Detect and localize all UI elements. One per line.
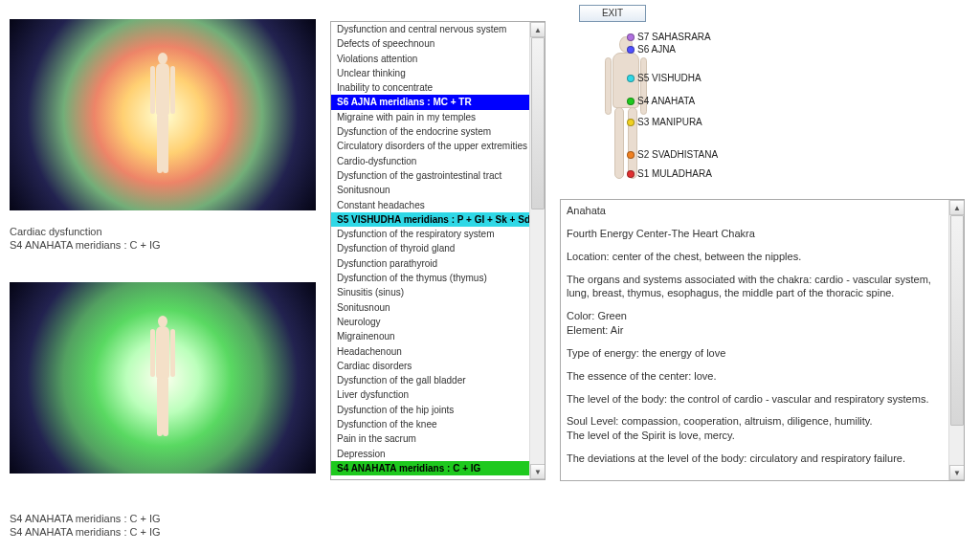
list-item[interactable]: Neurology [331, 315, 529, 329]
desc-span: Color: Green [567, 310, 627, 321]
list-item[interactable]: Sonitusnoun [331, 300, 529, 315]
chakra-label: S1 MULADHARA [627, 168, 712, 179]
scroll-thumb[interactable] [950, 215, 964, 426]
listbox-scrollbar[interactable]: ▲ ▼ [529, 22, 545, 479]
chakra-label: S7 SAHASRARA [627, 32, 711, 42]
desc-title: Anahata [567, 204, 945, 218]
list-item[interactable]: Violations attention [331, 52, 529, 66]
list-item[interactable]: Dysfunction of the gastrointestinal trac… [331, 168, 529, 183]
chakra-label: S4 ANAHATA [627, 96, 695, 106]
aura-image-top [10, 19, 316, 210]
chakra-dot-icon [627, 151, 635, 159]
list-item[interactable]: Headachenoun [331, 344, 529, 359]
desc-line: The essence of the center: love. [567, 369, 945, 384]
chakra-label: S5 VISHUDHA [627, 73, 702, 83]
list-item[interactable]: Dysfunction of the thymus (thymus) [331, 271, 529, 285]
chakra-dot-icon [627, 46, 635, 54]
exit-button[interactable]: EXIT [579, 5, 646, 22]
desc-line: Soul Level: compassion, cooperation, alt… [567, 414, 945, 443]
list-item[interactable]: Dysfunction of the knee [331, 417, 529, 431]
body-figure-bottom [149, 316, 176, 440]
list-item[interactable]: Dysfunction of the endocrine system [331, 124, 529, 139]
list-item[interactable]: Dysfunction of the gall bladder [331, 373, 529, 387]
list-item[interactable]: Dysfunction and central nervous system [331, 22, 529, 36]
chakra-label: S2 SVADHISTANA [627, 149, 718, 160]
list-item[interactable]: Sinusitis (sinus) [331, 285, 529, 299]
list-item[interactable]: Dysfunction of the hip joints [331, 403, 529, 417]
chakra-figure [603, 34, 649, 183]
chakra-label-text: S1 MULADHARA [637, 168, 712, 179]
scroll-thumb[interactable] [531, 37, 545, 209]
list-item[interactable]: S4 ANAHATA meridians : C + IG [331, 461, 529, 475]
scroll-down-icon[interactable]: ▼ [949, 465, 965, 480]
caption-mid-2: S4 ANAHATA meridians : C + IG [10, 239, 161, 251]
chakra-label-text: S2 SVADHISTANA [637, 149, 718, 160]
list-item[interactable]: Sonitusnoun [331, 183, 529, 197]
chakra-dot-icon [627, 170, 635, 178]
caption-bottom-2: S4 ANAHATA meridians : C + IG [10, 526, 161, 538]
chakra-label-text: S4 ANAHATA [637, 96, 695, 106]
list-item[interactable]: Migrainenoun [331, 329, 529, 343]
list-item[interactable]: Constant headaches [331, 198, 529, 212]
list-item[interactable]: S5 VISHUDHA meridians : P + GI + Sk + Sd [331, 212, 529, 227]
chakra-label-text: S3 MANIPURA [637, 117, 702, 127]
body-figure-top [149, 53, 176, 177]
list-item[interactable]: Unclear thinking [331, 66, 529, 80]
chakra-label: S3 MANIPURA [627, 117, 702, 127]
scroll-up-icon[interactable]: ▲ [949, 200, 965, 215]
chakra-label-text: S7 SAHASRARA [637, 32, 711, 42]
app-canvas: EXIT Cardiac dysfunction S4 ANAHATA meri… [0, 0, 980, 551]
list-item[interactable]: Liver dysfunction [331, 387, 529, 402]
list-item[interactable]: Inability to concentrate [331, 80, 529, 95]
desc-line: Fourth Energy Center-The Heart Chakra [567, 227, 945, 241]
chakra-map: S7 SAHASRARAS6 AJNAS5 VISHUDHAS4 ANAHATA… [574, 27, 718, 189]
scroll-down-icon[interactable]: ▼ [530, 464, 546, 479]
aura-image-bottom [10, 282, 316, 474]
list-item[interactable]: Depression [331, 447, 529, 461]
desc-line: Color: Green Element: Air [567, 309, 945, 338]
list-item[interactable]: Cardiac disorders [331, 359, 529, 373]
dysfunction-listbox[interactable]: Dysfunction and central nervous systemDe… [330, 21, 546, 480]
list-item[interactable]: Migraine with pain in my temples [331, 110, 529, 124]
list-item[interactable]: Defects of speechnoun [331, 36, 529, 51]
chakra-label-text: S6 AJNA [637, 44, 676, 55]
list-item[interactable]: Dysfunction parathyroid [331, 256, 529, 271]
description-panel[interactable]: Anahata Fourth Energy Center-The Heart C… [560, 199, 965, 481]
desc-span: Element: Air [567, 324, 623, 336]
list-item[interactable]: Circulatory disorders of the upper extre… [331, 139, 529, 153]
chakra-dot-icon [627, 119, 635, 126]
chakra-label-text: S5 VISHUDHA [637, 73, 702, 83]
caption-bottom-1: S4 ANAHATA meridians : C + IG [10, 513, 161, 524]
desc-line: The organs and systems associated with t… [567, 273, 945, 301]
chakra-dot-icon [627, 75, 635, 82]
chakra-dot-icon [627, 98, 635, 105]
list-item[interactable]: Pain in the sacrum [331, 431, 529, 446]
list-item[interactable]: Dysfunction of thyroid gland [331, 241, 529, 255]
desc-line: The deviations at the level of the soul:… [567, 474, 945, 476]
desc-line: Type of energy: the energy of love [567, 346, 945, 361]
chakra-label: S6 AJNA [627, 44, 676, 55]
desc-scrollbar[interactable]: ▲ ▼ [948, 200, 964, 480]
description-text: Anahata Fourth Energy Center-The Heart C… [567, 204, 945, 476]
desc-line: The level of the body: the control of ca… [567, 392, 945, 407]
list-item[interactable]: Dysfunction of the respiratory system [331, 227, 529, 241]
chakra-dot-icon [627, 33, 635, 41]
desc-line: The deviations at the level of the body:… [567, 452, 945, 466]
desc-line: Location: center of the chest, between t… [567, 250, 945, 264]
desc-span: Soul Level: compassion, cooperation, alt… [567, 415, 873, 427]
desc-span: The level of the Spirit is love, mercy. [567, 430, 735, 441]
list-item[interactable]: S6 AJNA meridians : MC + TR [331, 95, 529, 109]
list-item[interactable]: Cardio-dysfunction [331, 154, 529, 168]
caption-mid-1: Cardiac dysfunction [10, 226, 102, 237]
scroll-up-icon[interactable]: ▲ [530, 22, 546, 37]
